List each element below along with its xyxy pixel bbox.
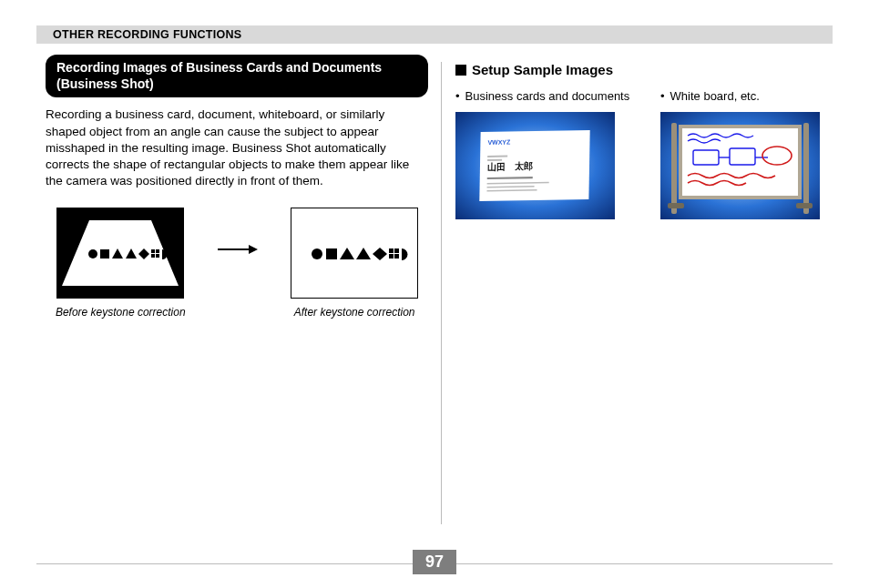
column-divider — [441, 62, 442, 524]
svg-rect-23 — [455, 65, 466, 76]
svg-rect-8 — [156, 249, 159, 253]
before-block: Before keystone correction — [56, 208, 186, 319]
svg-rect-19 — [389, 248, 394, 253]
sample1-image: VWXYZ 山田 太郎 — [455, 112, 615, 219]
sample1-label: • Business cards and documents — [455, 89, 633, 105]
sample1-label-text: Business cards and documents — [465, 89, 630, 105]
keystone-diagram: Before keystone correction — [46, 208, 428, 319]
square-bullet-icon — [455, 63, 466, 78]
setup-heading-text: Setup Sample Images — [472, 62, 613, 77]
svg-rect-7 — [151, 249, 155, 253]
arrow-icon — [218, 242, 258, 257]
caption-after: After keystone correction — [294, 306, 415, 319]
body-text: Recording a business card, document, whi… — [46, 106, 428, 189]
svg-rect-9 — [151, 254, 155, 258]
svg-text:VWXYZ: VWXYZ — [487, 138, 511, 145]
svg-text:山田　太郎: 山田 太郎 — [487, 161, 533, 172]
svg-rect-38 — [796, 203, 813, 208]
svg-rect-20 — [394, 248, 399, 253]
sample2-label-text: White board, etc. — [670, 89, 760, 105]
before-keystone-image — [56, 208, 184, 299]
svg-rect-36 — [803, 123, 809, 214]
after-keystone-image — [291, 208, 418, 299]
svg-rect-37 — [668, 203, 684, 208]
svg-rect-35 — [671, 123, 677, 214]
caption-before: Before keystone correction — [56, 306, 186, 319]
svg-rect-28 — [487, 159, 502, 161]
after-block: After keystone correction — [291, 208, 418, 319]
sample-row: • Business cards and documents V — [455, 89, 838, 223]
section-title: Recording Images of Business Cards and D… — [46, 55, 428, 97]
sample2-image — [660, 112, 820, 219]
sample2-label: • White board, etc. — [660, 89, 838, 105]
content-columns: Recording Images of Business Cards and D… — [46, 55, 823, 533]
svg-rect-22 — [394, 254, 399, 259]
left-column: Recording Images of Business Cards and D… — [46, 55, 428, 533]
setup-heading: Setup Sample Images — [455, 62, 838, 78]
svg-rect-3 — [100, 249, 109, 259]
header-bar: OTHER RECORDING FUNCTIONS — [36, 25, 833, 44]
footer: 97 — [36, 563, 833, 564]
svg-rect-10 — [156, 254, 159, 258]
right-column: Setup Sample Images • Business cards and… — [455, 55, 838, 533]
svg-rect-27 — [487, 155, 507, 157]
svg-point-2 — [88, 249, 97, 259]
sample-business-card: • Business cards and documents V — [455, 89, 633, 223]
page-number: 97 — [413, 550, 456, 574]
bullet-icon: • — [660, 89, 665, 105]
bullet-icon: • — [455, 89, 460, 105]
header-title: OTHER RECORDING FUNCTIONS — [53, 28, 242, 41]
sample-whiteboard: • White board, etc. — [660, 89, 838, 223]
svg-marker-12 — [249, 245, 258, 254]
svg-rect-15 — [326, 248, 337, 259]
svg-point-14 — [312, 248, 322, 259]
svg-rect-21 — [389, 254, 394, 259]
